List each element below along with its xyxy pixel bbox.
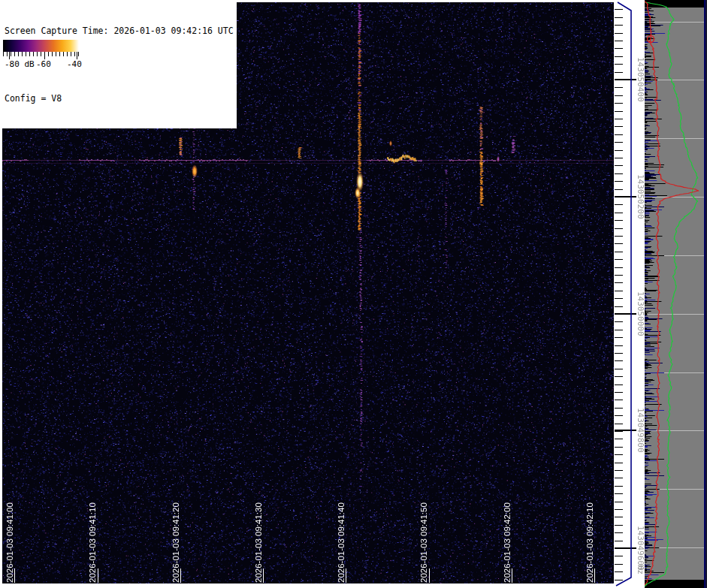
time-axis-label: 2026-01-03 09:41:40 xyxy=(337,502,346,583)
freq-axis-label: 143050200 xyxy=(636,174,645,219)
freq-axis-label: 143049800 xyxy=(636,408,645,453)
time-axis-label: 2026-01-03 09:41:20 xyxy=(171,502,181,583)
colorbar-major-tick xyxy=(44,52,45,59)
time-axis-label: 2026-01-03 09:42:10 xyxy=(585,502,595,583)
colorbar-minor-ticks xyxy=(3,52,79,56)
colorbar-major-tick xyxy=(9,52,10,59)
colorbar-label-min: -80 dB xyxy=(5,59,35,69)
time-axis-label: 2026-01-03 09:41:00 xyxy=(5,502,15,583)
colorbar-gradient xyxy=(3,40,79,52)
spectrum-panel-canvas xyxy=(645,0,707,588)
colorbar-major-tick xyxy=(77,52,77,59)
spectrogram-screen: Screen Capture Time: 2026-01-03 09:42:16… xyxy=(0,0,707,588)
config-text: Config = V8 xyxy=(5,93,234,104)
time-axis-label: 2026-01-03 09:41:50 xyxy=(419,502,429,583)
freq-axis-label: 143050000 xyxy=(636,291,645,336)
intensity-colorbar: -80 dB -60 -40 xyxy=(2,38,83,77)
colorbar-label-max: -40 xyxy=(67,59,82,69)
freq-axis-label: 143050400 xyxy=(636,57,645,102)
time-axis-label: 2026-01-03 09:42:00 xyxy=(503,502,512,583)
capture-time-text: Screen Capture Time: 2026-01-03 09:42:16… xyxy=(5,26,234,37)
colorbar-label-mid: -60 xyxy=(36,59,51,69)
time-axis-label: 2026-01-03 09:41:10 xyxy=(88,502,98,583)
freq-axis-unit: Hz xyxy=(636,565,645,574)
time-axis-label: 2026-01-03 09:41:30 xyxy=(254,502,264,583)
freq-axis-label: 143049600 xyxy=(636,526,645,571)
